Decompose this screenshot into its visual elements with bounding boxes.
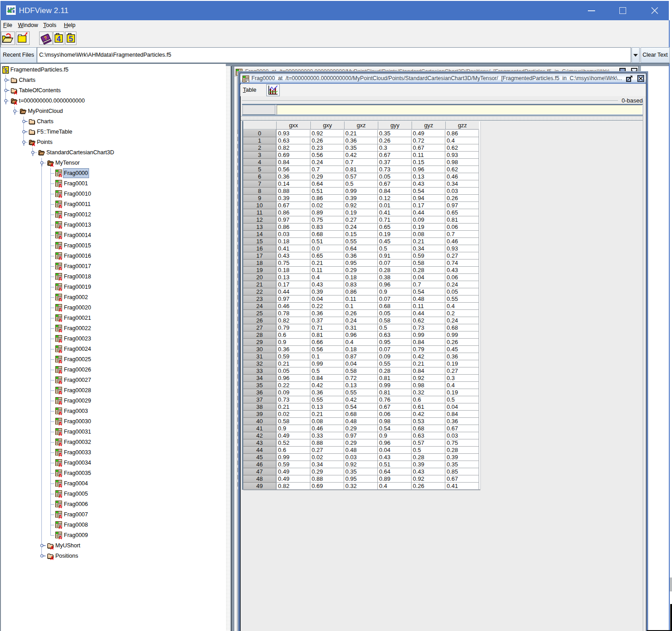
svg-text:A: A [58, 462, 62, 467]
svg-text:A: A [58, 369, 62, 374]
svg-text:A: A [58, 380, 62, 385]
svg-text:A: A [58, 514, 62, 519]
svg-text:A: A [58, 276, 62, 281]
svg-text:A: A [58, 452, 62, 457]
svg-text:A: A [58, 266, 62, 271]
svg-text:A: A [58, 524, 62, 529]
svg-text:A: A [58, 431, 62, 436]
svg-text:A: A [58, 318, 62, 322]
svg-text:A: A [58, 214, 62, 219]
svg-text:A: A [58, 473, 62, 478]
svg-text:A: A [50, 163, 54, 167]
svg-text:A: A [58, 493, 62, 498]
svg-text:A: A [58, 255, 62, 260]
svg-text:5: 5 [69, 35, 73, 43]
svg-text:A: A [58, 504, 62, 509]
svg-text:A: A [58, 390, 62, 395]
svg-text:A: A [58, 421, 62, 426]
svg-text:A: A [58, 204, 62, 209]
svg-text:A: A [58, 286, 62, 291]
svg-text:A: A [58, 245, 62, 250]
svg-text:A: A [14, 90, 17, 95]
svg-text:A: A [58, 338, 62, 343]
svg-text:A: A [58, 411, 62, 416]
svg-text:A: A [58, 224, 62, 229]
svg-text:A: A [58, 400, 62, 405]
svg-text:A: A [58, 235, 62, 240]
svg-text:A: A [14, 101, 17, 105]
svg-text:A: A [58, 442, 62, 447]
svg-text:A: A [58, 328, 62, 333]
svg-text:A: A [58, 349, 62, 354]
svg-text:A: A [58, 359, 62, 364]
svg-text:A: A [58, 307, 62, 312]
svg-text:A: A [58, 297, 62, 302]
svg-text:A: A [50, 556, 54, 560]
svg-text:A: A [58, 483, 62, 488]
svg-text:A: A [32, 142, 35, 147]
svg-text:A: A [58, 173, 62, 178]
svg-text:A: A [58, 193, 62, 198]
svg-text:A: A [58, 183, 62, 188]
svg-text:4: 4 [57, 35, 61, 43]
svg-text:A: A [50, 546, 54, 550]
svg-text:5: 5 [4, 67, 7, 74]
svg-text:A: A [58, 535, 62, 540]
